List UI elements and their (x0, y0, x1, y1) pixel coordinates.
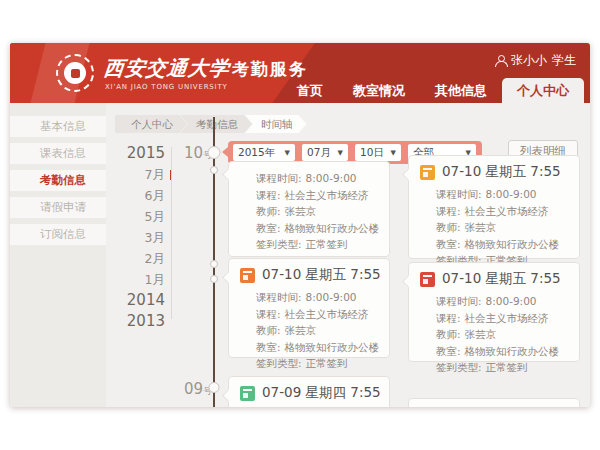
field-value: 8:00-9:00 (486, 295, 537, 307)
field-value: 正常签到 (306, 357, 348, 369)
timeline-dot (210, 275, 218, 283)
scale-month-2[interactable]: 2月 (105, 248, 165, 269)
day-marker-09: 09号 (170, 379, 212, 398)
scale-month-6[interactable]: 6月 (105, 185, 165, 206)
sidebar-item-leave-request[interactable]: 请假申请 (10, 197, 106, 218)
timeline-dot-day10[interactable] (208, 146, 221, 159)
card-field: 教师:张芸京 (256, 322, 389, 339)
university-logo-icon (56, 54, 94, 92)
field-label: 课程: (256, 189, 281, 201)
chevron-down-icon: ▼ (338, 149, 343, 157)
scale-month-1[interactable]: 1月 (105, 269, 165, 290)
card-field: 教室:格物致知行政办公楼 (436, 236, 579, 253)
user-info[interactable]: 张小小 学生 (495, 52, 576, 69)
field-value: 张芸京 (285, 205, 317, 217)
field-value: 正常签到 (486, 361, 528, 373)
field-label: 课程: (436, 312, 461, 324)
card-field: 签到类型:正常签到 (256, 236, 389, 253)
day-select[interactable]: 10日▼ (355, 144, 401, 161)
year-select[interactable]: 2015年▼ (233, 144, 295, 161)
card-datetime: 07-10 星期五 7:55 (442, 163, 561, 181)
card-field: 教师:张芸京 (436, 326, 579, 343)
card-field: 课程:社会主义市场经济 (256, 306, 389, 323)
field-value: 格物致知行政办公楼 (285, 341, 380, 353)
sidebar-item-schedule-info[interactable]: 课表信息 (10, 143, 106, 164)
scale-month-5[interactable]: 5月 (105, 206, 165, 227)
calendar-icon (240, 386, 255, 401)
attendance-card[interactable]: 07-10 星期五 7:55 课程时间:8:00-9:00课程:社会主义市场经济… (228, 258, 390, 358)
scale-month-7-current[interactable]: 7月 (105, 164, 165, 185)
scale-year-2015[interactable]: 2015 (105, 143, 165, 164)
logo-emblem (64, 62, 86, 84)
nav-item-classrooms[interactable]: 教室情况 (338, 78, 420, 103)
attendance-card[interactable]: 07-10 星期五 7:55 课程时间:8:00-9:00课程:社会主义市场经济… (408, 155, 580, 259)
field-value: 社会主义市场经济 (285, 189, 369, 201)
card-header: 07-09 星期四 7:55 (229, 377, 389, 402)
breadcrumb-attendance-info[interactable]: 考勤信息 (180, 115, 252, 133)
breadcrumb-timeline: 时间轴 (245, 115, 307, 133)
sidebar-item-basic-info[interactable]: 基本信息 (10, 116, 106, 137)
nav-item-home[interactable]: 首页 (282, 78, 338, 103)
field-value: 社会主义市场经济 (465, 312, 549, 324)
card-field: 教师:张芸京 (436, 219, 579, 236)
field-value: 格物致知行政办公楼 (285, 222, 380, 234)
field-label: 课程时间: (256, 291, 302, 303)
calendar-icon (240, 268, 255, 283)
nav-item-personal-center[interactable]: 个人中心 (502, 78, 584, 103)
calendar-icon (420, 272, 435, 287)
scale-year-2014[interactable]: 2014 (105, 290, 165, 311)
nav-item-other-info[interactable]: 其他信息 (420, 78, 502, 103)
scale-month-3[interactable]: 3月 (105, 227, 165, 248)
field-label: 签到类型: (256, 357, 302, 369)
field-label: 课程时间: (256, 172, 302, 184)
card-field: 教室:格物致知行政办公楼 (436, 343, 579, 360)
sidebar-item-subscription-info[interactable]: 订阅信息 (10, 224, 106, 245)
field-label: 教室: (436, 238, 461, 250)
field-label: 课程: (256, 308, 281, 320)
breadcrumb-personal-center[interactable]: 个人中心 (115, 115, 187, 133)
card-field: 课程时间:8:00-9:00 (256, 170, 389, 187)
field-value: 正常签到 (306, 238, 348, 250)
main-nav: 首页 教室情况 其他信息 个人中心 (282, 78, 584, 103)
timeline-dot-day09[interactable] (209, 382, 220, 393)
field-value: 张芸京 (465, 328, 497, 340)
attendance-app-window: 西安交通大学 考勤服务 XI'AN JIAO TONG UNIVERSITY 张… (10, 43, 590, 407)
day-marker-10: 10号 (170, 143, 212, 162)
card-field: 签到类型:正常签到 (256, 355, 389, 372)
field-label: 教师: (436, 328, 461, 340)
card-field: 课程时间:8:00-9:00 (436, 186, 579, 203)
field-label: 课程时间: (436, 188, 482, 200)
chevron-down-icon: ▼ (391, 149, 396, 157)
attendance-card[interactable]: 07-10 星期五 7:55 课程时间:8:00-9:00课程:社会主义市场经济… (408, 262, 580, 362)
scale-guide-line (171, 147, 172, 319)
field-label: 签到类型: (256, 238, 302, 250)
field-label: 教师: (256, 205, 281, 217)
scale-year-2013[interactable]: 2013 (105, 311, 165, 332)
field-label: 课程: (436, 205, 461, 217)
sidebar-item-attendance-info[interactable]: 考勤信息 (10, 170, 106, 191)
card-field: 课程:社会主义市场经济 (256, 187, 389, 204)
field-value: 社会主义市场经济 (285, 308, 369, 320)
card-field: 课程:社会主义市场经济 (436, 310, 579, 327)
field-label: 签到类型: (436, 361, 482, 373)
attendance-card[interactable] (408, 398, 580, 407)
field-label: 教师: (436, 221, 461, 233)
field-value: 格物致知行政办公楼 (465, 345, 560, 357)
field-value: 8:00-9:00 (306, 291, 357, 303)
field-value: 张芸京 (465, 221, 497, 233)
field-label: 教室: (436, 345, 461, 357)
calendar-icon (420, 165, 435, 180)
card-datetime: 07-09 星期四 7:55 (262, 384, 381, 402)
timeline-dot (210, 166, 218, 174)
university-name-en: XI'AN JIAO TONG UNIVERSITY (105, 83, 228, 91)
attendance-card[interactable]: 07-09 星期四 7:55 (228, 376, 390, 407)
field-value: 格物致知行政办公楼 (465, 238, 560, 250)
card-field: 课程时间:8:00-9:00 (436, 293, 579, 310)
card-header: 07-10 星期五 7:55 (409, 263, 579, 288)
field-label: 教室: (256, 222, 281, 234)
month-select[interactable]: 07月▼ (302, 144, 348, 161)
card-header: 07-10 星期五 7:55 (409, 156, 579, 181)
field-value: 8:00-9:00 (306, 172, 357, 184)
attendance-card[interactable]: 课程时间:8:00-9:00课程:社会主义市场经济教师:张芸京教室:格物致知行政… (228, 161, 390, 257)
card-field: 教室:格物致知行政办公楼 (256, 220, 389, 237)
